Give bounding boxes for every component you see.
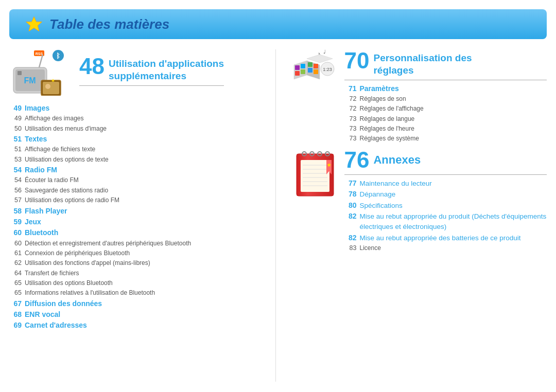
toc-entry: 64Transfert de fichiers: [9, 269, 265, 278]
toc-entry: 73Réglages de l'heure: [344, 124, 547, 133]
toc-entry-num: 56: [9, 186, 22, 195]
toc-entry: 56Sauvegarde des stations radio: [9, 186, 265, 195]
toc-entry-num: 54: [9, 165, 22, 175]
toc-entry-text: Utilisation des options de texte: [25, 155, 265, 164]
right-section2-content: 76 Annexes 77Maintenance du lecteur78Dép…: [344, 149, 547, 253]
svg-rect-11: [43, 82, 59, 94]
toc-entry-text: Réglages de système: [360, 134, 547, 143]
toc-entry-text: ENR vocal: [25, 309, 265, 319]
toc-entry: 73Réglages de système: [344, 134, 547, 143]
toc-entry: 73Réglages de langue: [344, 114, 547, 123]
left-column: RSS ᛒ FM 48: [9, 49, 276, 382]
toc-entry-num: 67: [9, 298, 22, 309]
toc-entry-text: Radio FM: [25, 165, 265, 175]
toc-entry-num: 82: [344, 233, 357, 243]
svg-text:1:23: 1:23: [323, 67, 332, 72]
svg-rect-8: [18, 71, 22, 75]
main-content: RSS ᛒ FM 48: [9, 49, 547, 382]
left-section-number: 48: [79, 55, 105, 78]
toc-entry-text: Utilisation des options Bluetooth: [25, 279, 265, 288]
toc-entry: 71Paramètres: [344, 83, 547, 94]
notebook-illustration: [291, 149, 340, 200]
toc-entry-num: 68: [9, 309, 22, 319]
right-bottom-block: 76 Annexes 77Maintenance du lecteur78Dép…: [291, 149, 547, 253]
toc-entry-num: 82: [344, 211, 357, 221]
toc-entry: 53Utilisation des options de texte: [9, 155, 265, 164]
svg-marker-18: [307, 55, 333, 63]
toc-entry-text: Carnet d'adresses: [25, 320, 265, 330]
toc-entry-num: 60: [9, 227, 22, 238]
right-section1-number: 70: [344, 49, 370, 72]
toc-entry-text: Licence: [360, 244, 547, 253]
toc-entry-num: 72: [344, 104, 357, 113]
toc-entry-num: 54: [9, 175, 22, 185]
toc-entry: 49Affichage des images: [9, 114, 265, 123]
toc-entry-num: 53: [9, 155, 22, 164]
toc-entry-num: 73: [344, 114, 357, 123]
toc-entry: 61Connexion de périphériques Bluetooth: [9, 248, 265, 258]
toc-entry-num: 62: [9, 258, 22, 268]
toc-entry-text: Affichage des images: [25, 114, 265, 123]
toc-entry-text: Utilisation des options de radio FM: [25, 196, 265, 205]
toc-entry-text: Utilisation des menus d'image: [25, 124, 265, 133]
svg-rect-26: [301, 64, 305, 68]
right-section1-title: Personnalisation des réglages: [373, 49, 472, 77]
toc-entry: 69Carnet d'adresses: [9, 320, 265, 330]
left-illustration: RSS ᛒ FM 48: [9, 49, 265, 96]
toc-entry-text: Diffusion des données: [25, 298, 265, 309]
toc-entry-num: 73: [344, 134, 357, 143]
toc-entry: 58Flash Player: [9, 206, 265, 216]
right-section2-number: 76: [344, 149, 370, 171]
toc-entry-num: 61: [9, 248, 22, 258]
toc-entry-text: Connexion de périphériques Bluetooth: [25, 249, 265, 258]
toc-entry: 68ENR vocal: [9, 309, 265, 319]
toc-entry-text: Mise au rebut appropriée des batteries d…: [360, 233, 547, 243]
toc-entry-text: Transfert de fichiers: [25, 269, 265, 278]
toc-entry-num: 59: [9, 217, 22, 227]
toc-entry-num: 49: [9, 103, 22, 113]
right-section2-title: Annexes: [373, 149, 421, 167]
toc-entry: 59Jeux: [9, 217, 265, 227]
svg-rect-28: [301, 69, 305, 74]
svg-marker-0: [26, 17, 42, 31]
toc-entry: 49Images: [9, 103, 265, 113]
toc-entry: 78Dépannage: [344, 189, 547, 200]
toc-entry: 83Licence: [344, 243, 547, 253]
svg-text:RSS: RSS: [36, 52, 43, 56]
toc-entry-num: 58: [9, 206, 22, 216]
toc-entry-num: 78: [344, 189, 357, 199]
toc-entry-text: Mise au rebut appropriée du produit (Déc…: [360, 211, 547, 231]
svg-rect-24: [314, 69, 318, 74]
toc-entry-num: 69: [9, 320, 22, 330]
toc-entry-num: 71: [344, 83, 357, 94]
toc-entry-text: Paramètres: [360, 83, 547, 94]
star-icon: [25, 15, 43, 33]
toc-entry-num: 65: [9, 288, 22, 297]
header-bar: Table des matières: [9, 9, 547, 39]
svg-rect-23: [308, 68, 312, 73]
toc-entry: 51Textes: [9, 134, 265, 144]
svg-rect-27: [295, 71, 300, 76]
svg-rect-22: [314, 64, 318, 68]
toc-entry: 67Diffusion des données: [9, 298, 265, 309]
toc-entry: 77Maintenance du lecteur: [344, 178, 547, 189]
toc-entry-text: Écouter la radio FM: [25, 176, 265, 185]
svg-rect-21: [308, 62, 312, 67]
svg-text:ᛒ: ᛒ: [56, 52, 60, 60]
toc-entry: 65Utilisation des options Bluetooth: [9, 278, 265, 288]
fm-device-illustration: RSS ᛒ FM: [9, 49, 71, 96]
svg-rect-25: [295, 65, 300, 70]
toc-entry-text: Informations relatives à l'utilisation d…: [25, 289, 265, 297]
left-toc-list: 49Images49Affichage des images50Utilisat…: [9, 103, 265, 331]
right-column: ♪ ♩ 1:23: [276, 49, 547, 382]
toc-entry-num: 49: [9, 114, 22, 123]
toc-entry-text: Flash Player: [25, 206, 265, 216]
cube-illustration: ♪ ♩ 1:23: [291, 49, 340, 96]
toc-entry-num: 64: [9, 269, 22, 278]
toc-entry: 72Réglages de son: [344, 94, 547, 103]
toc-entry-text: Détection et enregistrement d'autres pér…: [25, 239, 265, 248]
toc-entry: 82Mise au rebut appropriée du produit (D…: [344, 211, 547, 231]
toc-entry-text: Affichage de fichiers texte: [25, 145, 265, 154]
toc-entry: 54Écouter la radio FM: [9, 175, 265, 185]
toc-entry: 51Affichage de fichiers texte: [9, 145, 265, 154]
